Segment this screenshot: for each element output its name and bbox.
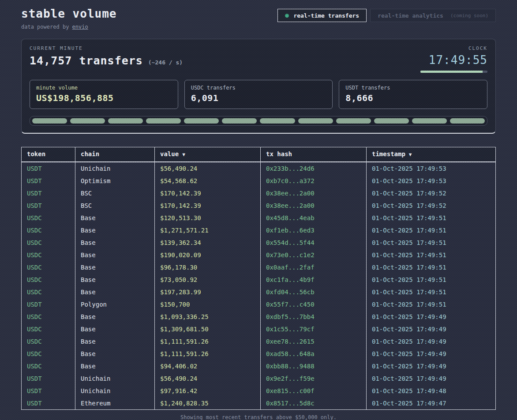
cell-timestamp: 01-Oct-2025 17:49:51 bbox=[367, 249, 496, 261]
cell-tx-hash[interactable]: 0x0aaf...2faf bbox=[261, 261, 367, 274]
cell-timestamp: 01-Oct-2025 17:49:52 bbox=[367, 187, 496, 199]
stat-boxes: minute volume US$198,856,885 USDC transf… bbox=[30, 80, 487, 109]
cell-tx-hash[interactable]: 0xbb88...9488 bbox=[261, 360, 367, 372]
cell-value: $170,142.39 bbox=[155, 199, 261, 212]
brand: stable volume data powered by envio bbox=[21, 5, 117, 30]
clock-block: CLOCK 17:49:55 bbox=[420, 45, 487, 73]
cell-tx-hash[interactable]: 0xfd04...56cb bbox=[261, 286, 367, 298]
cell-value: $97,916.42 bbox=[155, 385, 261, 397]
cell-value: $1,271,571.21 bbox=[155, 224, 261, 236]
minute-segment bbox=[184, 118, 219, 124]
view-tabs: real-time transfers real-time analytics … bbox=[277, 9, 496, 22]
cell-token: USDC bbox=[22, 348, 75, 360]
cell-timestamp: 01-Oct-2025 17:49:49 bbox=[367, 360, 496, 372]
cell-tx-hash[interactable]: 0x554d...5f44 bbox=[261, 236, 367, 249]
cell-timestamp: 01-Oct-2025 17:49:51 bbox=[367, 298, 496, 311]
cell-token: USDC bbox=[22, 274, 75, 286]
cell-value: $1,240,828.35 bbox=[155, 397, 261, 410]
envio-link[interactable]: envio bbox=[72, 24, 88, 30]
transfer-rate: (~246 / s) bbox=[148, 59, 183, 66]
transfers-table-section: token chain value▼ tx hash timestamp▼ US… bbox=[21, 147, 496, 410]
cell-tx-hash[interactable]: 0xb7c0...a372 bbox=[261, 175, 367, 187]
cell-token: USDT bbox=[22, 162, 75, 175]
cell-chain: BSC bbox=[75, 199, 155, 212]
cell-tx-hash[interactable]: 0xe815...c00f bbox=[261, 385, 367, 397]
cell-value: $56,490.24 bbox=[155, 372, 261, 385]
cell-timestamp: 01-Oct-2025 17:49:48 bbox=[367, 385, 496, 397]
cell-timestamp: 01-Oct-2025 17:49:49 bbox=[367, 372, 496, 385]
stat-label: USDC transfers bbox=[191, 85, 326, 91]
stat-box-usdc-transfers: USDC transfers 6,091 bbox=[184, 80, 333, 109]
cell-token: USDT bbox=[22, 187, 75, 199]
cell-token: USDT bbox=[22, 175, 75, 187]
cell-tx-hash[interactable]: 0x55f7...c450 bbox=[261, 298, 367, 311]
powered-by-text: data powered by bbox=[21, 24, 72, 30]
live-dot-icon bbox=[285, 14, 289, 18]
table-row: USDTBSC$170,142.390x38ee...2a0001-Oct-20… bbox=[22, 187, 496, 199]
minute-segment bbox=[146, 118, 181, 124]
cell-value: $150,700 bbox=[155, 298, 261, 311]
cell-value: $1,093,336.25 bbox=[155, 311, 261, 323]
cell-tx-hash[interactable]: 0xdbf5...7bb4 bbox=[261, 311, 367, 323]
cell-tx-hash[interactable]: 0x1c55...79cf bbox=[261, 323, 367, 335]
table-row: USDCBase$1,111,591.260xad58...648a01-Oct… bbox=[22, 348, 496, 360]
table-row: USDCBase$1,093,336.250xdbf5...7bb401-Oct… bbox=[22, 311, 496, 323]
cell-timestamp: 01-Oct-2025 17:49:53 bbox=[367, 162, 496, 175]
cell-token: USDC bbox=[22, 323, 75, 335]
cell-tx-hash[interactable]: 0x9e2f...f59e bbox=[261, 372, 367, 385]
transfer-count-block: CURRENT MINUTE 14,757 transfers (~246 / … bbox=[30, 45, 183, 67]
cell-value: $56,490.24 bbox=[155, 162, 261, 175]
cell-chain: Base bbox=[75, 348, 155, 360]
cell-timestamp: 01-Oct-2025 17:49:51 bbox=[367, 236, 496, 249]
cell-tx-hash[interactable]: 0x233b...24d6 bbox=[261, 162, 367, 175]
table-row: USDTUnichain$56,490.240x9e2f...f59e01-Oc… bbox=[22, 372, 496, 385]
cell-tx-hash[interactable]: 0xf1eb...6ed3 bbox=[261, 224, 367, 236]
tab-label: real-time transfers bbox=[293, 12, 359, 19]
column-header-value[interactable]: value▼ bbox=[155, 147, 261, 162]
cell-tx-hash[interactable]: 0x73e0...c1e2 bbox=[261, 249, 367, 261]
cell-tx-hash[interactable]: 0x8517...5d8c bbox=[261, 397, 367, 410]
minute-segment bbox=[412, 118, 447, 124]
minute-segment bbox=[374, 118, 409, 124]
stat-value: 6,091 bbox=[191, 93, 326, 103]
minute-segment bbox=[32, 118, 67, 124]
cell-chain: Base bbox=[75, 212, 155, 224]
column-header-timestamp[interactable]: timestamp▼ bbox=[367, 147, 496, 162]
cell-token: USDC bbox=[22, 360, 75, 372]
minute-segment bbox=[222, 118, 257, 124]
minute-segment bbox=[108, 118, 143, 124]
table-row: USDTBSC$170,142.390x38ee...2a0001-Oct-20… bbox=[22, 199, 496, 212]
cell-token: USDC bbox=[22, 212, 75, 224]
cell-value: $73,050.92 bbox=[155, 274, 261, 286]
tab-real-time-analytics[interactable]: real-time analytics (coming soon) bbox=[370, 9, 496, 22]
cell-tx-hash[interactable]: 0xee78...2615 bbox=[261, 335, 367, 348]
transfer-count: 14,757 transfers bbox=[30, 54, 143, 67]
cell-value: $1,309,681.50 bbox=[155, 323, 261, 335]
cell-token: USDC bbox=[22, 249, 75, 261]
table-row: USDCBase$1,111,591.260xee78...261501-Oct… bbox=[22, 335, 496, 348]
cell-value: $94,406.02 bbox=[155, 360, 261, 372]
table-header-row: token chain value▼ tx hash timestamp▼ bbox=[22, 147, 496, 162]
cell-chain: Base bbox=[75, 224, 155, 236]
tab-real-time-transfers[interactable]: real-time transfers bbox=[277, 9, 367, 22]
cell-chain: Base bbox=[75, 311, 155, 323]
cell-tx-hash[interactable]: 0xad58...648a bbox=[261, 348, 367, 360]
cell-tx-hash[interactable]: 0x45d8...4eab bbox=[261, 212, 367, 224]
cell-timestamp: 01-Oct-2025 17:49:49 bbox=[367, 348, 496, 360]
cell-chain: Polygon bbox=[75, 298, 155, 311]
cell-chain: Base bbox=[75, 274, 155, 286]
table-row: USDTPolygon$150,7000x55f7...c45001-Oct-2… bbox=[22, 298, 496, 311]
stat-box-minute-volume: minute volume US$198,856,885 bbox=[30, 80, 178, 109]
cell-tx-hash[interactable]: 0xc1fa...4b9f bbox=[261, 274, 367, 286]
cell-tx-hash[interactable]: 0x38ee...2a00 bbox=[261, 187, 367, 199]
current-minute-label: CURRENT MINUTE bbox=[30, 45, 183, 51]
page-title: stable volume bbox=[21, 7, 117, 20]
cell-chain: Base bbox=[75, 335, 155, 348]
cell-value: $54,568.62 bbox=[155, 175, 261, 187]
cell-token: USDC bbox=[22, 261, 75, 274]
cell-tx-hash[interactable]: 0x38ee...2a00 bbox=[261, 199, 367, 212]
footer-note: Showing most recent transfers above $50,… bbox=[21, 414, 496, 420]
column-header-token: token bbox=[22, 147, 75, 162]
cell-token: USDT bbox=[22, 385, 75, 397]
minute-segment-bar bbox=[30, 116, 487, 126]
